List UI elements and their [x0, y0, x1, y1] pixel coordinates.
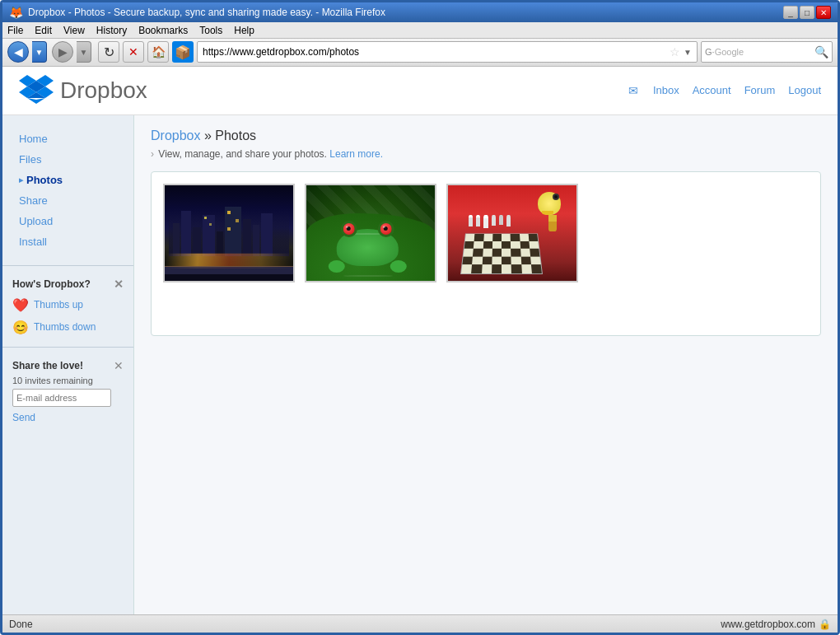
breadcrumb-current: Photos: [215, 128, 256, 142]
sidebar-label-files: Files: [19, 153, 41, 166]
lock-icon: 🔒: [819, 619, 831, 630]
nav-link-inbox[interactable]: Inbox: [653, 84, 679, 96]
ground: [165, 274, 293, 281]
frog: [337, 221, 399, 266]
feedback-close-button[interactable]: ✕: [114, 278, 124, 291]
back-button[interactable]: ◀: [7, 41, 29, 63]
refresh-button[interactable]: ↻: [98, 41, 119, 63]
forward-button[interactable]: ▶: [52, 41, 73, 63]
sidebar-label-home: Home: [19, 133, 48, 145]
photos-container: [151, 171, 821, 336]
browser-window: 🦊 Dropbox - Photos - Secure backup, sync…: [0, 0, 840, 635]
page-subtitle: › View, manage, and share your photos. L…: [151, 148, 821, 160]
window-title: Dropbox - Photos - Secure backup, sync a…: [28, 7, 778, 18]
envelope-icon: ✉: [628, 84, 638, 97]
dropbox-logo-icon: [19, 75, 54, 106]
nav-bar: ◀ ▼ ▶ ▼ ↻ ✕ 🏠 📦 https://www.getdropbox.c…: [2, 39, 838, 66]
feedback-section: How's Dropbox? ✕ ❤️ Thumbs up 😊 Thumbs d…: [2, 265, 133, 339]
close-button[interactable]: ✕: [816, 6, 831, 19]
forward-dropdown-button[interactable]: ▼: [77, 41, 91, 63]
thumbs-up-button[interactable]: ❤️ Thumbs up: [2, 294, 133, 316]
subtitle-text: View, manage, and share your photos.: [158, 148, 327, 160]
sidebar-active-arrow-icon: ▸: [19, 175, 23, 184]
address-dropdown-icon[interactable]: ▼: [684, 48, 692, 57]
title-bar: 🦊 Dropbox - Photos - Secure backup, sync…: [2, 2, 838, 22]
google-logo-text: G·: [705, 47, 715, 57]
photo-chess-thumb[interactable]: [446, 184, 578, 282]
sidebar-item-upload[interactable]: Upload: [2, 211, 133, 231]
status-bar: Done www.getdropbox.com 🔒: [2, 614, 838, 633]
sidebar-item-photos[interactable]: ▸ Photos: [2, 170, 133, 190]
thumbs-up-label: Thumbs up: [34, 299, 83, 310]
sidebar-label-upload: Upload: [19, 215, 53, 227]
subtitle-arrow-icon: ›: [151, 148, 154, 160]
invite-email-input[interactable]: [12, 389, 111, 407]
menu-bookmarks[interactable]: Bookmarks: [138, 25, 188, 36]
site-area: Dropbox ✉ Inbox Account Forum Logout Hom…: [2, 67, 838, 614]
menu-view[interactable]: View: [63, 25, 85, 36]
sidebar-label-install: Install: [19, 236, 47, 248]
photo-frog-thumb[interactable]: [305, 184, 436, 282]
photo-chess-image: [448, 185, 576, 281]
stop-button[interactable]: ✕: [123, 41, 144, 63]
sidebar-item-files[interactable]: Files: [2, 149, 133, 170]
menu-bar: File Edit View History Bookmarks Tools H…: [2, 22, 838, 39]
status-url-text: www.getdropbox.com: [721, 619, 815, 630]
window-controls: _ □ ✕: [783, 6, 831, 19]
invite-close-button[interactable]: ✕: [114, 359, 124, 372]
invite-count: 10 invites remaining: [2, 376, 133, 389]
status-text: Done: [9, 619, 33, 630]
dropbox-nav-icon: 📦: [172, 41, 194, 63]
search-placeholder: Google: [715, 47, 814, 57]
feedback-title: How's Dropbox?: [12, 278, 91, 290]
thumbs-down-label: Thumbs down: [34, 321, 96, 333]
search-icon[interactable]: 🔍: [814, 45, 828, 58]
leaf-vein: [343, 275, 393, 277]
photo-city-thumb[interactable]: [163, 184, 295, 282]
photo-city-image: [165, 185, 293, 281]
back-dropdown-button[interactable]: ▼: [32, 41, 47, 63]
nav-link-forum[interactable]: Forum: [744, 84, 776, 96]
city-buildings: [169, 211, 289, 256]
thumbs-down-emoji: 😊: [12, 320, 29, 335]
chess-board: [460, 225, 543, 274]
thumbs-up-emoji: ❤️: [12, 297, 29, 313]
breadcrumb-dropbox: Dropbox: [151, 128, 200, 142]
bird: [538, 192, 567, 229]
maximize-button[interactable]: □: [800, 6, 814, 19]
nav-link-account[interactable]: Account: [693, 84, 731, 96]
sidebar: Home Files ▸ Photos Share Upload: [2, 115, 134, 614]
home-button[interactable]: 🏠: [147, 41, 169, 63]
thumbs-down-button[interactable]: 😊 Thumbs down: [2, 316, 133, 339]
menu-tools[interactable]: Tools: [199, 25, 222, 36]
invite-title: Share the love!: [12, 360, 83, 371]
nav-link-logout[interactable]: Logout: [788, 84, 821, 96]
status-url-area: www.getdropbox.com 🔒: [721, 619, 831, 630]
sidebar-item-home[interactable]: Home: [2, 128, 133, 149]
menu-help[interactable]: Help: [234, 25, 254, 36]
menu-edit[interactable]: Edit: [35, 25, 52, 36]
menu-file[interactable]: File: [7, 25, 23, 36]
menu-history[interactable]: History: [96, 25, 127, 36]
search-bar[interactable]: G· Google 🔍: [701, 41, 833, 63]
site-header: Dropbox ✉ Inbox Account Forum Logout: [2, 67, 838, 115]
minimize-button[interactable]: _: [783, 6, 798, 19]
address-bar[interactable]: https://www.getdropbox.com/photos ☆ ▼: [197, 41, 698, 63]
chess-pieces: [469, 215, 511, 228]
main-content: Dropbox » Photos › View, manage, and sha…: [134, 115, 838, 614]
page-area: Dropbox ✉ Inbox Account Forum Logout Hom…: [2, 67, 838, 633]
invite-title-row: Share the love! ✕: [2, 356, 133, 376]
bookmark-star-icon[interactable]: ☆: [670, 45, 680, 58]
header-nav: ✉ Inbox Account Forum Logout: [628, 84, 821, 97]
learn-more-link[interactable]: Learn more.: [329, 148, 383, 160]
main-layout: Home Files ▸ Photos Share Upload: [2, 115, 838, 614]
svg-marker-6: [27, 98, 45, 104]
sidebar-item-install[interactable]: Install: [2, 231, 133, 252]
invite-send-button[interactable]: Send: [2, 412, 133, 423]
sidebar-item-share[interactable]: Share: [2, 190, 133, 211]
breadcrumb-separator: »: [200, 128, 215, 142]
invite-section: Share the love! ✕ 10 invites remaining S…: [2, 347, 133, 423]
breadcrumb: Dropbox » Photos: [151, 128, 821, 143]
logo-text: Dropbox: [60, 77, 147, 104]
sidebar-label-share: Share: [19, 194, 48, 207]
